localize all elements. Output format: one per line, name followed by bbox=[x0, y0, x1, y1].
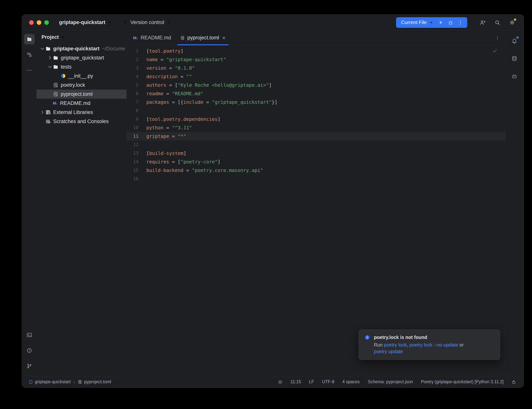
code-line-6[interactable]: 6readme = "README.md" bbox=[127, 89, 505, 98]
tree-item-label: External Libraries bbox=[53, 110, 93, 115]
close-window-button[interactable] bbox=[29, 20, 34, 25]
ai-icon bbox=[278, 380, 283, 384]
encoding-label: UTF-8 bbox=[322, 379, 334, 384]
chevron-right-icon[interactable] bbox=[40, 110, 45, 115]
chevron-down-icon[interactable] bbox=[47, 64, 53, 70]
run-button[interactable] bbox=[436, 18, 446, 27]
code-with-me-button[interactable] bbox=[477, 18, 488, 28]
line-number: 13 bbox=[127, 149, 141, 158]
tree-item-readme-md[interactable]: M↓README.md bbox=[37, 99, 127, 108]
code-line-2[interactable]: 2name = "griptape-quickstart" bbox=[127, 55, 505, 64]
code-text: requires = ["poetry-core"] bbox=[141, 158, 220, 166]
close-tab-icon[interactable]: × bbox=[222, 35, 226, 41]
schema-label: Schema: pyproject.json bbox=[368, 379, 413, 384]
code-text: authors = ["Kyle Roche <hello@griptape.a… bbox=[141, 81, 272, 89]
notification-link[interactable]: poetry lock --no-update bbox=[410, 342, 458, 347]
structure-tool-window-button[interactable] bbox=[24, 49, 35, 60]
line-separator-widget[interactable]: LF bbox=[309, 379, 314, 384]
line-number: 14 bbox=[127, 158, 141, 166]
chevron-right-icon[interactable] bbox=[47, 55, 53, 61]
breadcrumb-pyproject-toml[interactable]: pyproject.toml bbox=[78, 379, 111, 384]
line-number: 7 bbox=[127, 98, 141, 106]
chevron-down-icon bbox=[167, 20, 171, 25]
version-control-tool-window-button[interactable] bbox=[24, 361, 35, 371]
toml-icon bbox=[78, 380, 82, 384]
code-line-10[interactable]: 10python = "^3.11" bbox=[127, 123, 505, 132]
project-tool-window-button[interactable] bbox=[24, 34, 35, 45]
ai-icon bbox=[511, 73, 517, 79]
version-control-widget[interactable]: Version control bbox=[121, 18, 174, 27]
more-tool-windows-button[interactable] bbox=[24, 65, 35, 75]
tab-options-kebab-icon[interactable] bbox=[495, 36, 500, 40]
code-line-9[interactable]: 9[tool.poetry.dependencies] bbox=[127, 115, 505, 123]
code-line-8[interactable]: 8 bbox=[127, 106, 505, 115]
search-everywhere-button[interactable] bbox=[492, 18, 503, 28]
tab-pyproject-toml[interactable]: pyproject.toml× bbox=[176, 30, 230, 45]
tab-label: README.md bbox=[141, 35, 171, 41]
chevron-down-icon bbox=[108, 20, 112, 25]
code-line-14[interactable]: 14requires = ["poetry-core"] bbox=[127, 158, 505, 166]
code-line-7[interactable]: 7packages = [{include = "griptape_quicks… bbox=[127, 98, 505, 106]
project-panel-header[interactable]: Project bbox=[37, 30, 127, 44]
notification-text: or bbox=[458, 342, 464, 347]
notification-link[interactable]: poetry update bbox=[374, 349, 403, 354]
ai-status-widget[interactable] bbox=[278, 380, 283, 384]
tree-item-label: pyproject.toml bbox=[61, 91, 92, 97]
code-line-4[interactable]: 4description = "" bbox=[127, 72, 505, 81]
problems-tool-window-button[interactable] bbox=[24, 345, 35, 356]
settings-button[interactable] bbox=[507, 18, 517, 28]
code-line-12[interactable]: 12 bbox=[127, 140, 505, 149]
schema-widget[interactable]: Schema: pyproject.json bbox=[368, 379, 413, 384]
run-configuration-label: Current File bbox=[401, 19, 427, 25]
ai-assistant-tool-window-button[interactable] bbox=[509, 71, 520, 82]
chevron-down-icon[interactable] bbox=[40, 46, 45, 52]
folder-icon bbox=[45, 46, 51, 52]
notification-link[interactable]: poetry lock bbox=[384, 342, 407, 347]
titlebar-actions bbox=[477, 18, 517, 28]
tree-item-griptape-quickstart[interactable]: griptape-quickstart~/Docume bbox=[37, 44, 127, 53]
tree-item-label: README.md bbox=[60, 100, 91, 106]
code-line-13[interactable]: 13[build-system] bbox=[127, 149, 505, 158]
run-configuration-widget[interactable]: Current File bbox=[396, 17, 467, 28]
user-plus-icon bbox=[480, 19, 486, 26]
tree-item-poetry-lock[interactable]: poetry.lock bbox=[37, 81, 127, 90]
tree-item-scratches-and-consoles[interactable]: Scratches and Consoles bbox=[37, 117, 127, 126]
project-widget[interactable]: griptape-quickstart bbox=[57, 18, 115, 27]
tree-item--init-py[interactable]: __init__.py bbox=[37, 71, 127, 81]
notification-badge bbox=[516, 36, 519, 39]
inspections-status-icon[interactable] bbox=[492, 48, 498, 54]
terminal-tool-window-button[interactable] bbox=[24, 330, 35, 340]
tree-item-external-libraries[interactable]: External Libraries bbox=[37, 108, 127, 117]
code-line-11[interactable]: 11griptape = "*" bbox=[127, 132, 505, 140]
more-run-options-button[interactable] bbox=[456, 18, 465, 27]
encoding-widget[interactable]: UTF-8 bbox=[322, 379, 334, 384]
code-line-1[interactable]: 1[tool.poetry] bbox=[127, 47, 505, 55]
interpreter-widget[interactable]: Poetry (griptape-quickstart) [Python 3.1… bbox=[421, 379, 504, 384]
debug-button[interactable] bbox=[446, 18, 456, 27]
tree-item-griptape-quickstart[interactable]: griptape_quickstart bbox=[37, 53, 127, 62]
minimize-window-button[interactable] bbox=[37, 20, 41, 25]
version-control-label: Version control bbox=[130, 19, 164, 25]
code-line-3[interactable]: 3version = "0.1.0" bbox=[127, 64, 505, 72]
cursor-position-widget[interactable]: 11:15 bbox=[290, 379, 301, 384]
code-line-15[interactable]: 15build-backend = "poetry.core.masonry.a… bbox=[127, 166, 505, 175]
breadcrumb-griptape-quickstart[interactable]: griptape-quickstart bbox=[28, 379, 71, 384]
left-toolbar bbox=[22, 30, 37, 376]
indent-widget[interactable]: 4 spaces bbox=[342, 379, 360, 384]
zoom-window-button[interactable] bbox=[44, 20, 49, 25]
write-access-widget[interactable] bbox=[512, 380, 516, 384]
code-line-16[interactable]: 16 bbox=[127, 175, 505, 183]
tree-item-tests[interactable]: tests bbox=[37, 62, 127, 71]
notification-text: , bbox=[407, 342, 410, 347]
tree-item-pyproject-toml[interactable]: pyproject.toml bbox=[37, 90, 127, 99]
notifications-button[interactable] bbox=[509, 35, 520, 46]
bell-icon bbox=[511, 38, 517, 44]
code-text: griptape = "*" bbox=[141, 132, 186, 140]
folder-icon bbox=[53, 64, 58, 70]
database-tool-window-button[interactable] bbox=[509, 53, 520, 64]
tab-readme-md[interactable]: M↓README.md bbox=[128, 30, 176, 45]
code-editor[interactable]: 1[tool.poetry]2name = "griptape-quicksta… bbox=[127, 45, 505, 376]
scratch-icon bbox=[45, 119, 51, 124]
cursor-position-label: 11:15 bbox=[290, 379, 301, 384]
code-line-5[interactable]: 5authors = ["Kyle Roche <hello@griptape.… bbox=[127, 81, 505, 89]
